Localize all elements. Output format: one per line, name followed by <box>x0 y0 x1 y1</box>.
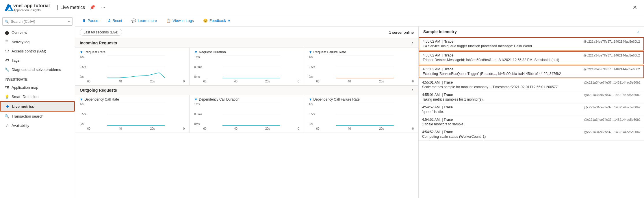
pause-label: Pause <box>88 18 98 23</box>
content-split: Last 60 seconds (Live) 1 server online I… <box>75 27 644 198</box>
telemetry-item[interactable]: 4:55:01 AM | Trace @c221a34ce7ffe37...14… <box>419 79 644 91</box>
sidebar-item-availability-label: Availability <box>12 123 29 128</box>
request-duration-y-labels: 1ms 0.5ms 0ms <box>194 55 202 78</box>
learn-more-button[interactable]: 💬 Learn more <box>129 17 159 24</box>
header: vnet-app-tutorial Application Insights |… <box>0 0 644 15</box>
metrics-panel: Last 60 seconds (Live) 1 server online I… <box>75 27 419 198</box>
dep-call-failure-x-axis: 604020s0 <box>316 127 414 130</box>
dep-call-rate-svg <box>87 103 185 126</box>
incoming-collapse-button[interactable]: ∧ <box>411 41 414 45</box>
telemetry-item[interactable]: 4:55:01 AM | Trace @c221a34ce7ffe37...14… <box>419 91 644 103</box>
view-in-logs-icon: 📋 <box>166 18 171 23</box>
dep-call-rate-x-axis: 604020s0 <box>87 127 185 130</box>
close-button[interactable]: ✕ <box>630 3 639 12</box>
sidebar-item-application-map[interactable]: 🗺 Application map <box>0 83 75 92</box>
tags-icon: 🏷 <box>5 58 9 63</box>
telemetry-type-label: | Trace <box>441 67 453 71</box>
sidebar-item-smart-detection[interactable]: 💡 Smart Detection <box>0 92 75 101</box>
toolbar: ⏸ Pause ↺ Reset 💬 Learn more 📋 View in L… <box>75 15 644 27</box>
app-name: vnet-app-tutorial <box>13 3 50 8</box>
sidebar-item-application-map-label: Application map <box>12 85 38 90</box>
pin-button[interactable]: 📌 <box>88 3 96 11</box>
reset-label: Reset <box>112 18 122 23</box>
outgoing-collapse-button[interactable]: ∧ <box>411 88 414 92</box>
request-failure-y-labels: 1/s 0.5/s 0/s <box>309 55 315 78</box>
telemetry-message: Executing 'ServiceBusQueueTrigger' (Reas… <box>423 72 640 76</box>
availability-icon: ✓ <box>5 123 9 128</box>
request-duration-label: ▼ Request Duration <box>194 50 299 54</box>
telemetry-item[interactable]: 4:54:52 AM | Trace @c221a34ce7ffe37...14… <box>419 128 644 141</box>
header-icons: 📌 ··· <box>88 3 106 11</box>
app-subtitle: Application Insights <box>13 8 50 12</box>
sidebar-item-diagnose[interactable]: 🔧 Diagnose and solve problems <box>0 65 75 74</box>
sidebar: 🔍 « ⬤ Overview ☰ Activity log 🛡 Access c… <box>0 15 75 198</box>
sidebar-item-overview-label: Overview <box>12 31 27 35</box>
search-input[interactable] <box>2 17 73 26</box>
telemetry-type-label: | Trace <box>441 39 453 44</box>
telemetry-type-label: | Trace <box>441 105 453 109</box>
sidebar-item-access-control[interactable]: 🛡 Access control (IAM) <box>0 46 75 56</box>
telemetry-message: Trigger Details: MessageId: fab3ea69cd9e… <box>423 58 640 62</box>
telemetry-list: 4:55:02 AM | Trace @c221a34ce7ffe37...14… <box>419 37 644 141</box>
telemetry-message: 1 scale monitors to sample <box>422 122 641 126</box>
sidebar-item-live-metrics[interactable]: ✚ Live metrics <box>0 101 75 112</box>
telemetry-time: 4:55:02 AM <box>423 39 440 44</box>
sidebar-item-overview[interactable]: ⬤ Overview <box>0 28 75 37</box>
outgoing-charts-row: ▼ Dependency Call Rate 1/s 0.5/s 0/s <box>75 95 418 133</box>
telemetry-panel: Sample telemetry ⬦ 4:55:02 AM | Trace @c… <box>419 27 644 198</box>
view-in-logs-button[interactable]: 📋 View in Logs <box>164 17 196 24</box>
request-rate-label: ▼ Request Rate <box>80 50 185 54</box>
telemetry-type-label: | Trace <box>441 118 453 122</box>
telemetry-id: @c221a34ce7ffe37...1462144ac5e60b2 <box>583 40 640 43</box>
learn-more-icon: 💬 <box>131 18 136 23</box>
telemetry-id: @c221a34ce7ffe37...1462144ac5e60b2 <box>583 54 640 57</box>
time-range-badge[interactable]: Last 60 seconds (Live) <box>80 29 122 36</box>
sidebar-item-smart-detection-label: Smart Detection <box>12 95 38 99</box>
page-title: Live metrics <box>60 5 85 10</box>
telemetry-id: @c221a34ce7ffe37...1462144ac5e60b2 <box>583 67 640 71</box>
dependency-call-failure-filter-icon: ▼ <box>309 97 312 101</box>
sidebar-item-activity-log[interactable]: ☰ Activity log <box>0 37 75 46</box>
dependency-call-rate-chart: ▼ Dependency Call Rate 1/s 0.5/s 0/s <box>75 95 190 133</box>
dep-call-duration-svg <box>203 103 299 126</box>
pause-button[interactable]: ⏸ Pause <box>80 17 101 24</box>
reset-icon: ↺ <box>107 18 111 23</box>
application-map-icon: 🗺 <box>5 85 9 90</box>
request-rate-chart-area: 604020s0 <box>87 55 185 83</box>
dependency-call-rate-label: ▼ Dependency Call Rate <box>80 97 185 101</box>
telemetry-item[interactable]: 4:55:02 AM | Trace @c221a34ce7ffe37...14… <box>419 37 644 50</box>
telemetry-message: C# ServiceBus queue trigger function pro… <box>423 44 640 48</box>
request-failure-chart-area: 604020s0 <box>316 55 414 83</box>
telemetry-item[interactable]: 4:55:02 AM | Trace @c221a34ce7ffe37...14… <box>419 65 644 78</box>
server-online-label: 1 server online <box>389 30 414 35</box>
request-duration-chart-content: 1ms 0.5ms 0ms <box>194 55 299 83</box>
reset-button[interactable]: ↺ Reset <box>105 17 125 24</box>
sidebar-item-transaction-search[interactable]: 🔍 Transaction search <box>0 112 75 121</box>
collapse-sidebar-button[interactable]: « <box>66 17 73 26</box>
request-duration-svg <box>203 55 299 78</box>
azure-logo-icon <box>5 3 13 12</box>
dep-call-failure-chart-area: 604020s0 <box>316 103 414 130</box>
dep-call-duration-x-axis: 604020s0 <box>203 127 299 130</box>
request-rate-chart-content: 1/s 0.5/s 0/s <box>80 55 185 83</box>
telemetry-item[interactable]: 4:54:52 AM | Trace @c221a34ce7ffe37...14… <box>419 116 644 128</box>
live-metrics-icon: ✚ <box>5 104 10 109</box>
telemetry-item[interactable]: 4:54:52 AM | Trace @c221a34ce7ffe37...14… <box>419 103 644 116</box>
sidebar-item-availability[interactable]: ✓ Availability <box>0 121 75 130</box>
more-options-button[interactable]: ··· <box>100 4 106 11</box>
incoming-requests-section-header: Incoming Requests ∧ <box>75 38 418 48</box>
feedback-button[interactable]: 😊 Feedback ∨ <box>201 17 233 24</box>
feedback-icon: 😊 <box>203 18 208 23</box>
telemetry-time: 4:54:52 AM <box>422 105 440 109</box>
telemetry-item[interactable]: 4:55:02 AM | Trace @c221a34ce7ffe37...14… <box>419 51 644 64</box>
telemetry-filter-icon[interactable]: ⬦ <box>637 29 639 34</box>
telemetry-time: 4:55:02 AM <box>423 53 440 57</box>
telemetry-time: 4:55:02 AM <box>423 67 440 71</box>
telemetry-id: @c221a34ce7ffe37...1462144ac5e60b2 <box>584 93 641 97</box>
metrics-header: Last 60 seconds (Live) 1 server online <box>75 27 418 38</box>
telemetry-time: 4:55:01 AM <box>422 93 440 97</box>
transaction-search-icon: 🔍 <box>5 114 9 118</box>
sidebar-item-tags[interactable]: 🏷 Tags <box>0 56 75 65</box>
telemetry-message: Computing scale status (WorkerCount=1) <box>422 135 641 139</box>
sidebar-item-live-metrics-label: Live metrics <box>12 104 34 109</box>
